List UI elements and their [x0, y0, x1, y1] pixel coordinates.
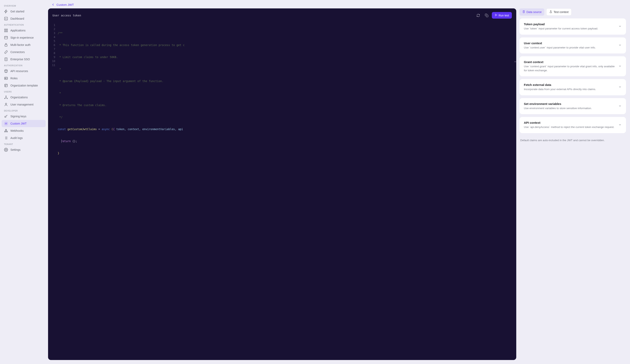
tab-data-source[interactable]: Data source: [520, 8, 544, 16]
main-content: Custom JWT User access token: [47, 0, 630, 364]
tab-test-context[interactable]: Test context: [546, 8, 572, 16]
sidebar-item-label: Enterprise SSO: [10, 58, 30, 61]
sidebar-item-connectors[interactable]: Connectors: [2, 48, 46, 56]
copy-button[interactable]: [484, 12, 490, 18]
sidebar-item-sign-in-experience[interactable]: Sign-in experience: [2, 34, 46, 41]
svg-point-9: [5, 78, 6, 78]
chevron-down-icon: [618, 123, 622, 127]
breadcrumb[interactable]: Custom JWT: [47, 0, 630, 8]
card-api-context[interactable]: API context Use `api.denyAccess` method …: [520, 117, 626, 133]
sidebar-item-label: Signing keys: [10, 115, 26, 118]
section-developer: DEVELOPER: [2, 108, 46, 113]
card-desc: Use environment variables to store sensi…: [524, 106, 592, 110]
svg-rect-2: [6, 29, 8, 30]
card-title: Token payload: [524, 22, 598, 26]
run-test-label: Run test: [499, 14, 509, 17]
svg-point-18: [6, 131, 8, 132]
card-title: Set environment variables: [524, 102, 592, 106]
sidebar-item-api-resources[interactable]: API resources: [2, 68, 46, 75]
tab-label: Test context: [554, 10, 568, 14]
card-desc: Use `token` input parameter for current …: [524, 27, 598, 31]
code-editor[interactable]: 1 2 3 4 5 6 7 8 9 10 11 /** * Thi: [48, 22, 516, 360]
card-fetch-external[interactable]: Fetch external data Incorporate data fro…: [520, 79, 626, 95]
svg-rect-4: [6, 31, 8, 32]
line-gutter: 1 2 3 4 5 6 7 8 9 10 11: [48, 22, 58, 360]
svg-rect-23: [523, 10, 525, 13]
chart-icon: [4, 16, 8, 20]
sidebar-item-get-started[interactable]: Get started: [2, 8, 46, 15]
sidebar-item-user-management[interactable]: User management: [2, 101, 46, 108]
sidebar-item-webhooks[interactable]: Webhooks: [2, 127, 46, 134]
section-authorization: AUTHORIZATION: [2, 63, 46, 68]
card-desc: Use `context.user` input parameter to pr…: [524, 46, 596, 50]
gear-icon: [4, 148, 8, 152]
layout-icon: [4, 36, 8, 40]
card-title: API context: [524, 121, 614, 124]
key-icon: [4, 114, 8, 118]
sidebar-item-settings[interactable]: Settings: [2, 146, 46, 153]
chevron-down-icon: [618, 44, 622, 47]
sidebar-item-multi-factor-auth[interactable]: Multi-factor auth: [2, 41, 46, 48]
chevron-down-icon: [618, 85, 622, 89]
editor-title: User access token: [52, 14, 81, 17]
run-test-button[interactable]: Run test: [492, 12, 512, 18]
file-icon: [522, 10, 525, 14]
chevron-left-icon[interactable]: [51, 3, 55, 6]
sidebar-item-custom-jwt[interactable]: Custom JWT: [2, 120, 46, 127]
template-icon: [4, 84, 8, 88]
sidebar-item-dashboard[interactable]: Dashboard: [2, 15, 46, 22]
card-token-payload[interactable]: Token payload Use `token` input paramete…: [520, 18, 626, 35]
chevron-down-icon: [618, 64, 622, 68]
sidebar-item-label: Audit logs: [10, 136, 23, 140]
section-overview: OVERVIEW: [2, 3, 46, 8]
sidebar-item-organization-template[interactable]: Organization template: [2, 82, 46, 89]
refresh-button[interactable]: [475, 12, 482, 18]
sidebar-item-enterprise-sso[interactable]: Enterprise SSO: [2, 56, 46, 63]
sidebar-item-label: Get started: [10, 10, 24, 13]
svg-point-14: [6, 103, 7, 104]
sidebar-item-label: Organization template: [10, 84, 38, 87]
sidebar-item-signing-keys[interactable]: Signing keys: [2, 113, 46, 120]
sidebar-item-label: Organizations: [10, 96, 28, 99]
flask-icon: [549, 10, 552, 14]
sidebar-item-label: User management: [10, 103, 34, 106]
card-user-context[interactable]: User context Use `context.user` input pa…: [520, 38, 626, 54]
sidebar-item-label: Settings: [10, 148, 21, 151]
svg-point-20: [6, 149, 6, 150]
building-icon: [4, 57, 8, 61]
sidebar-item-label: Applications: [10, 29, 26, 32]
svg-rect-10: [4, 84, 7, 87]
sidebar-item-applications[interactable]: Applications: [2, 27, 46, 34]
code-editor-panel: User access token Run test: [48, 8, 516, 360]
webhook-icon: [4, 129, 8, 133]
sidebar-item-roles[interactable]: Roles: [2, 75, 46, 82]
sidebar-item-label: Multi-factor auth: [10, 43, 30, 46]
svg-rect-21: [486, 15, 488, 17]
svg-point-11: [6, 96, 6, 96]
section-users: USERS: [2, 89, 46, 94]
card-grant-context[interactable]: Grant context Use `context.grant` input …: [520, 56, 626, 76]
svg-point-15: [4, 116, 6, 118]
id-icon: [4, 76, 8, 80]
svg-rect-1: [4, 29, 6, 30]
card-env-vars[interactable]: Set environment variables Use environmen…: [520, 98, 626, 114]
right-panel: Data source Test context Token payload U…: [520, 8, 626, 360]
svg-marker-22: [495, 14, 497, 16]
sidebar-item-label: Dashboard: [10, 17, 24, 20]
sidebar-item-audit-logs[interactable]: Audit logs: [2, 134, 46, 142]
sidebar-item-label: Roles: [10, 77, 18, 80]
chevron-down-icon: [618, 104, 622, 108]
sidebar-item-organizations[interactable]: Organizations: [2, 94, 46, 101]
sidebar: OVERVIEW Get started Dashboard AUTHENTIC…: [0, 0, 47, 364]
svg-rect-8: [4, 77, 8, 80]
network-icon: [4, 95, 8, 99]
user-icon: [4, 102, 8, 106]
svg-point-17: [4, 131, 6, 132]
sidebar-item-label: Webhooks: [10, 129, 24, 132]
cards-list: Token payload Use `token` input paramete…: [520, 18, 626, 144]
section-authentication: AUTHENTICATION: [2, 22, 46, 27]
cube-icon: [4, 69, 8, 73]
card-desc: Incorporate data from your external APIs…: [524, 87, 596, 91]
svg-point-16: [6, 123, 6, 124]
code-lines: /** * This function is called during the…: [58, 22, 185, 360]
